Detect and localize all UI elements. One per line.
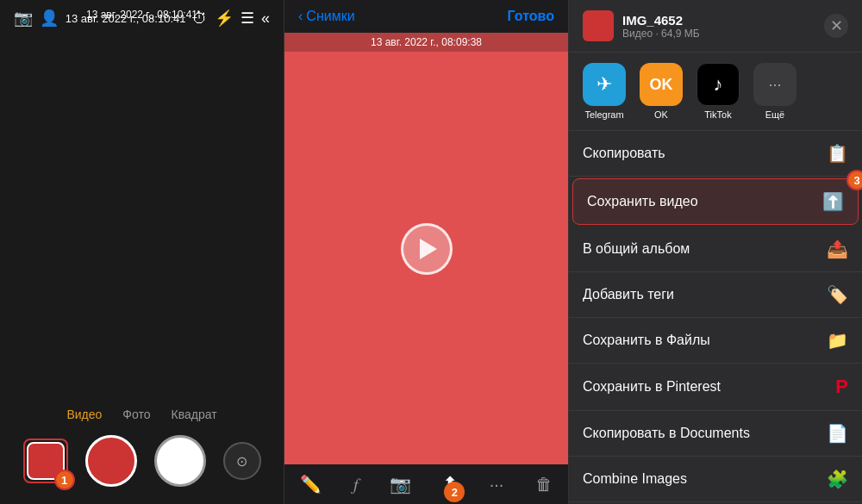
camera-timestamp: 13 авг. 2022 г., 08:10:41 — [86, 9, 197, 21]
add-tags-label: Добавить теги — [583, 287, 674, 302]
telegram-label: Telegram — [584, 109, 623, 120]
badge-3: 3 — [846, 170, 862, 190]
shutter-button-red[interactable] — [85, 435, 137, 487]
camera-viewfinder — [0, 36, 284, 399]
share-ig-icon[interactable]: 📷 — [390, 474, 411, 495]
more-label: Ещё — [765, 109, 785, 120]
play-button[interactable] — [401, 223, 453, 275]
more-apps-icon: ··· — [753, 63, 796, 106]
viewer-panel: ‹ Снимки Готово 13 авг. 2022 г., 08:09:3… — [284, 0, 569, 504]
menu-item-combine[interactable]: Combine Images 🧩 — [569, 457, 862, 502]
copy-icon: 📋 — [827, 143, 848, 164]
badge-2: 2 — [444, 482, 465, 502]
share-fb-icon[interactable]: 𝑓 — [353, 475, 359, 495]
chevron-left-icon[interactable]: « — [261, 9, 270, 28]
close-button[interactable]: ✕ — [824, 14, 848, 38]
file-title: IMG_4652 — [622, 13, 815, 28]
telegram-icon: ✈ — [583, 63, 626, 106]
menu-items-list: Скопировать 📋 Сохранить видео ⬆️ 3 В общ… — [569, 131, 862, 504]
app-more[interactable]: ··· Ещё — [753, 63, 796, 120]
list-icon[interactable]: ☰ — [240, 9, 254, 28]
mode-video[interactable]: Видео — [66, 408, 102, 421]
menu-item-shared-album[interactable]: В общий альбом 📤 — [569, 227, 862, 272]
dial-button[interactable]: ⊙ — [223, 442, 261, 480]
mode-square[interactable]: Квадрат — [172, 408, 217, 421]
record-stop-wrapper: 1 — [23, 439, 68, 483]
flash-icon[interactable]: ⚡ — [215, 9, 234, 28]
viewer-top-bar: ‹ Снимки Готово — [284, 0, 568, 33]
ok-label: OK — [654, 109, 668, 120]
viewer-image: 13 авг. 2022 г., 08:09:38 — [284, 33, 568, 464]
share-button-wrapper: ⬆ 2 — [442, 473, 458, 495]
back-button[interactable]: ‹ Снимки — [298, 9, 355, 24]
app-telegram[interactable]: ✈ Telegram — [583, 63, 626, 120]
pinterest-icon: P — [835, 376, 848, 398]
pinterest-label: Сохранить в Pinterest — [583, 379, 721, 395]
viewer-timestamp: 13 авг. 2022 г., 08:09:38 — [284, 33, 568, 52]
combine-icon: 🧩 — [827, 469, 848, 489]
menu-item-save-files[interactable]: Сохранить в Файлы 📁 — [569, 318, 862, 364]
app-tiktok[interactable]: ♪ TikTok — [696, 63, 740, 120]
camera-panel: 📷 👤 13 авг. 2022 г., 08:10:41 ⏱ ⚡ ☰ « 13… — [0, 0, 284, 504]
app-ok[interactable]: OK OK — [640, 63, 683, 120]
documents-icon: 📄 — [827, 423, 848, 444]
menu-item-add-tags[interactable]: Добавить теги 🏷️ — [569, 272, 862, 318]
menu-item-pinterest[interactable]: Сохранить в Pinterest P — [569, 364, 862, 411]
documents-label: Скопировать в Documents — [583, 426, 750, 441]
menu-header-info: IMG_4652 Видео · 64,9 МБ — [622, 13, 815, 40]
viewer-bottom-bar: ✏️ 𝑓 📷 ⬆ 2 ··· 🗑 — [284, 464, 568, 504]
add-tags-icon: 🏷️ — [827, 284, 848, 305]
mode-photo[interactable]: Фото — [122, 408, 150, 421]
badge-1: 1 — [54, 470, 75, 490]
share-menu-panel: IMG_4652 Видео · 64,9 МБ ✕ ✈ Telegram OK… — [569, 0, 862, 504]
file-subtitle: Видео · 64,9 МБ — [622, 28, 815, 40]
camera-controls: 1 ⊙ — [0, 435, 284, 487]
profile-icon[interactable]: 👤 — [40, 9, 59, 28]
save-files-label: Сохранить в Файлы — [583, 333, 710, 348]
menu-header: IMG_4652 Видео · 64,9 МБ ✕ — [569, 0, 862, 53]
menu-item-save-video[interactable]: Сохранить видео ⬆️ — [572, 178, 859, 225]
done-button[interactable]: Готово — [508, 9, 554, 24]
camera-icon[interactable]: 📷 — [14, 9, 33, 28]
copy-label: Скопировать — [583, 146, 665, 161]
delete-icon[interactable]: 🗑 — [535, 475, 553, 495]
shared-album-label: В общий альбом — [583, 241, 690, 257]
dial-icon: ⊙ — [236, 453, 247, 470]
tiktok-icon: ♪ — [696, 63, 740, 106]
edit-icon[interactable]: ✏️ — [300, 474, 322, 495]
save-video-icon: ⬆️ — [822, 191, 844, 212]
menu-item-documents[interactable]: Скопировать в Documents 📄 — [569, 411, 862, 457]
combine-label: Combine Images — [583, 471, 687, 487]
file-thumbnail — [583, 10, 614, 41]
save-video-label: Сохранить видео — [587, 194, 698, 209]
tiktok-label: TikTok — [704, 109, 731, 120]
shared-album-icon: 📤 — [827, 239, 848, 259]
menu-item-copy[interactable]: Скопировать 📋 — [569, 131, 862, 177]
more-icon[interactable]: ··· — [490, 475, 504, 495]
save-files-icon: 📁 — [827, 330, 848, 351]
app-share-row: ✈ Telegram OK OK ♪ TikTok ··· Ещё — [569, 53, 862, 131]
chevron-left-icon: ‹ — [298, 9, 303, 24]
camera-modes: Видео Фото Квадрат — [0, 408, 284, 421]
shutter-button-white[interactable] — [154, 435, 206, 487]
menu-item-save-video-wrapper: Сохранить видео ⬆️ 3 — [572, 178, 859, 225]
ok-icon: OK — [640, 63, 683, 106]
play-triangle-icon — [420, 239, 437, 259]
back-label: Снимки — [306, 9, 354, 24]
camera-bottom: Видео Фото Квадрат 1 ⊙ — [0, 399, 284, 504]
